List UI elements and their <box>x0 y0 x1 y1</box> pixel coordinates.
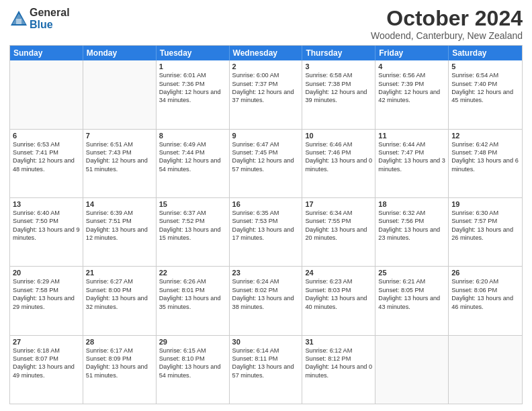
table-row: 28Sunrise: 6:17 AMSunset: 8:09 PMDayligh… <box>83 336 157 404</box>
table-row: 15Sunrise: 6:37 AMSunset: 7:52 PMDayligh… <box>157 198 230 266</box>
header-friday: Friday <box>375 46 449 60</box>
header-tuesday: Tuesday <box>157 46 230 60</box>
table-row: 3Sunrise: 6:58 AMSunset: 7:38 PMDaylight… <box>302 60 375 128</box>
table-row: 19Sunrise: 6:30 AMSunset: 7:57 PMDayligh… <box>449 198 522 266</box>
table-row: 22Sunrise: 6:26 AMSunset: 8:01 PMDayligh… <box>157 267 230 334</box>
table-row: 23Sunrise: 6:24 AMSunset: 8:02 PMDayligh… <box>230 267 303 334</box>
table-row: 11Sunrise: 6:44 AMSunset: 7:47 PMDayligh… <box>375 130 449 197</box>
table-row: 27Sunrise: 6:18 AMSunset: 8:07 PMDayligh… <box>10 336 83 404</box>
table-row: 30Sunrise: 6:14 AMSunset: 8:11 PMDayligh… <box>230 336 303 404</box>
header-wednesday: Wednesday <box>230 46 303 60</box>
header: General Blue October 2024 Woodend, Cante… <box>9 7 523 41</box>
table-row <box>10 60 83 128</box>
header-monday: Monday <box>83 46 157 60</box>
week-row-4: 27Sunrise: 6:18 AMSunset: 8:07 PMDayligh… <box>10 336 522 404</box>
table-row: 10Sunrise: 6:46 AMSunset: 7:46 PMDayligh… <box>302 130 375 197</box>
table-row: 16Sunrise: 6:35 AMSunset: 7:53 PMDayligh… <box>230 198 303 266</box>
table-row: 6Sunrise: 6:53 AMSunset: 7:41 PMDaylight… <box>10 130 83 197</box>
header-sunday: Sunday <box>10 46 83 60</box>
table-row: 18Sunrise: 6:32 AMSunset: 7:56 PMDayligh… <box>375 198 449 266</box>
table-row <box>375 336 449 404</box>
table-row <box>449 336 522 404</box>
svg-rect-2 <box>16 19 21 24</box>
week-row-1: 6Sunrise: 6:53 AMSunset: 7:41 PMDaylight… <box>10 130 522 198</box>
week-row-0: 1Sunrise: 6:01 AMSunset: 7:36 PMDaylight… <box>10 60 522 129</box>
table-row: 29Sunrise: 6:15 AMSunset: 8:10 PMDayligh… <box>157 336 230 404</box>
title-area: October 2024 Woodend, Canterbury, New Ze… <box>371 7 523 41</box>
table-row: 14Sunrise: 6:39 AMSunset: 7:51 PMDayligh… <box>83 198 157 266</box>
table-row: 5Sunrise: 6:54 AMSunset: 7:40 PMDaylight… <box>449 60 522 128</box>
logo-general: General <box>30 7 70 19</box>
header-thursday: Thursday <box>302 46 375 60</box>
logo-blue: Blue <box>30 19 70 31</box>
table-row: 17Sunrise: 6:34 AMSunset: 7:55 PMDayligh… <box>302 198 375 266</box>
month-title: October 2024 <box>371 7 523 30</box>
location: Woodend, Canterbury, New Zealand <box>371 30 523 41</box>
table-row: 7Sunrise: 6:51 AMSunset: 7:43 PMDaylight… <box>83 130 157 197</box>
table-row: 26Sunrise: 6:20 AMSunset: 8:06 PMDayligh… <box>449 267 522 334</box>
calendar-header-row: Sunday Monday Tuesday Wednesday Thursday… <box>10 46 522 60</box>
table-row: 2Sunrise: 6:00 AMSunset: 7:37 PMDaylight… <box>230 60 303 128</box>
header-saturday: Saturday <box>449 46 522 60</box>
table-row: 8Sunrise: 6:49 AMSunset: 7:44 PMDaylight… <box>157 130 230 197</box>
table-row: 4Sunrise: 6:56 AMSunset: 7:39 PMDaylight… <box>375 60 449 128</box>
week-row-3: 20Sunrise: 6:29 AMSunset: 7:58 PMDayligh… <box>10 267 522 335</box>
table-row: 9Sunrise: 6:47 AMSunset: 7:45 PMDaylight… <box>230 130 303 197</box>
week-row-2: 13Sunrise: 6:40 AMSunset: 7:50 PMDayligh… <box>10 198 522 267</box>
table-row: 25Sunrise: 6:21 AMSunset: 8:05 PMDayligh… <box>375 267 449 334</box>
logo-icon <box>9 9 28 28</box>
table-row: 1Sunrise: 6:01 AMSunset: 7:36 PMDaylight… <box>157 60 230 128</box>
page: General Blue October 2024 Woodend, Cante… <box>0 0 532 411</box>
calendar: Sunday Monday Tuesday Wednesday Thursday… <box>9 45 523 404</box>
table-row: 24Sunrise: 6:23 AMSunset: 8:03 PMDayligh… <box>302 267 375 334</box>
table-row <box>83 60 157 128</box>
table-row: 21Sunrise: 6:27 AMSunset: 8:00 PMDayligh… <box>83 267 157 334</box>
table-row: 31Sunrise: 6:12 AMSunset: 8:12 PMDayligh… <box>302 336 375 404</box>
calendar-body: 1Sunrise: 6:01 AMSunset: 7:36 PMDaylight… <box>10 60 522 404</box>
logo-text: General Blue <box>30 7 70 30</box>
logo: General Blue <box>9 7 70 30</box>
table-row: 20Sunrise: 6:29 AMSunset: 7:58 PMDayligh… <box>10 267 83 334</box>
table-row: 12Sunrise: 6:42 AMSunset: 7:48 PMDayligh… <box>449 130 522 197</box>
table-row: 13Sunrise: 6:40 AMSunset: 7:50 PMDayligh… <box>10 198 83 266</box>
